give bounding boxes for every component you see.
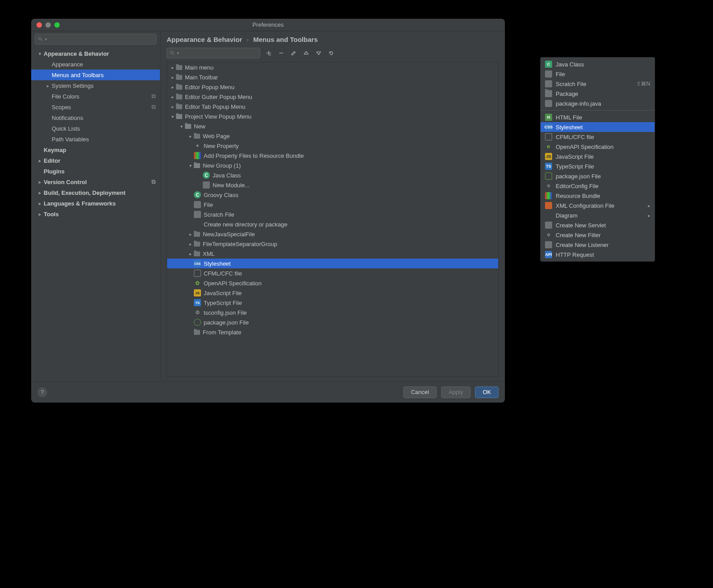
- tree-row[interactable]: ▸Main Toolbar: [167, 72, 498, 82]
- tree-row[interactable]: ▾Project View Popup Menu: [167, 111, 498, 121]
- tree-row[interactable]: ▸Main menu: [167, 62, 498, 72]
- sidebar-item[interactable]: ▸Editor: [31, 155, 160, 166]
- folder-icon: [176, 65, 182, 70]
- sidebar-search-input[interactable]: ▾: [35, 34, 156, 45]
- node-icon: [194, 319, 201, 326]
- sidebar-item[interactable]: ▸System Settings: [31, 80, 160, 91]
- project-scope-icon: ⧉: [152, 178, 156, 185]
- sidebar-item[interactable]: ▸Version Control⧉: [31, 177, 160, 187]
- tree-row[interactable]: TSTypeScript File: [167, 298, 498, 308]
- menu-item[interactable]: Package: [541, 89, 655, 99]
- menu-item[interactable]: CSSStylesheet: [541, 122, 655, 132]
- menu-item[interactable]: ✿OpenAPI Specification: [541, 142, 655, 152]
- sidebar-item[interactable]: ▸Build, Execution, Deployment: [31, 187, 160, 198]
- sidebar-item[interactable]: Appearance: [31, 59, 160, 70]
- tree-row[interactable]: CFML/CFC file: [167, 268, 498, 278]
- menu-item[interactable]: Scratch File⇧⌘N: [541, 79, 655, 89]
- menu-item-label: Package: [556, 90, 578, 97]
- sidebar-item[interactable]: Keymap: [31, 144, 160, 155]
- apply-button[interactable]: Apply: [441, 387, 471, 398]
- tree-row[interactable]: CJava Class: [167, 170, 498, 180]
- tree-row-label: Groovy Class: [204, 192, 238, 198]
- menu-item[interactable]: Diagram▸: [541, 210, 655, 220]
- folder-open-icon: [185, 124, 191, 129]
- sidebar-item-label: Languages & Frameworks: [44, 200, 116, 207]
- sidebar-item[interactable]: Notifications: [31, 112, 160, 123]
- sidebar-item[interactable]: Path Variables: [31, 134, 160, 144]
- menu-item[interactable]: JSJavaScript File: [541, 152, 655, 161]
- ok-button[interactable]: OK: [475, 387, 499, 398]
- remove-action-button[interactable]: [277, 49, 285, 57]
- edit-action-button[interactable]: [290, 49, 298, 57]
- sidebar-item[interactable]: Plugins: [31, 166, 160, 177]
- tree-row[interactable]: ▸Editor Gutter Popup Menu: [167, 92, 498, 102]
- tree-row[interactable]: ✿OpenAPI Specification: [167, 278, 498, 288]
- menu-item[interactable]: TSTypeScript File: [541, 161, 655, 171]
- expand-arrow-icon: ▸: [170, 75, 175, 80]
- context-menu[interactable]: CJava ClassFileScratch File⇧⌘NPackagepac…: [540, 57, 655, 262]
- menu-item[interactable]: APIHTTP Request: [541, 250, 655, 259]
- tree-row-label: OpenAPI Specification: [204, 280, 262, 287]
- sidebar-item[interactable]: File Colors⧉: [31, 91, 160, 102]
- expand-arrow-icon: ▸: [37, 190, 42, 195]
- menu-item-label: TypeScript File: [556, 163, 594, 170]
- tree-row[interactable]: JSJavaScript File: [167, 288, 498, 298]
- menu-item[interactable]: XML Configuration File▸: [541, 201, 655, 210]
- sidebar-item[interactable]: Quick Lists: [31, 123, 160, 134]
- cancel-button[interactable]: Cancel: [403, 387, 436, 398]
- menu-item[interactable]: package-info.java: [541, 99, 655, 108]
- menu-item[interactable]: CFML/CFC file: [541, 132, 655, 142]
- tree-row[interactable]: ▸NewJavaSpecialFile: [167, 229, 498, 239]
- sidebar-item[interactable]: Scopes⧉: [31, 102, 160, 112]
- tree-row[interactable]: New Module...: [167, 180, 498, 190]
- titlebar: Preferences: [31, 19, 505, 31]
- tree-row[interactable]: ▸Editor Popup Menu: [167, 82, 498, 92]
- menu-item[interactable]: Resource Bundle: [541, 191, 655, 201]
- menus-tree[interactable]: ▸Main menu▸Main Toolbar▸Editor Popup Men…: [167, 62, 499, 377]
- move-up-button[interactable]: [302, 49, 310, 57]
- menu-item[interactable]: ⚙Create New Filter: [541, 230, 655, 240]
- tree-search-input[interactable]: ▾: [167, 48, 260, 58]
- tree-row[interactable]: +New Property: [167, 141, 498, 151]
- expand-arrow-icon: ▾: [188, 163, 193, 168]
- menu-item[interactable]: Create New Servlet: [541, 220, 655, 230]
- sidebar-item[interactable]: ▸Tools: [31, 209, 160, 219]
- tree-row[interactable]: ▾New: [167, 121, 498, 131]
- menu-item[interactable]: File: [541, 69, 655, 79]
- file-icon: [545, 241, 552, 248]
- menu-item-label: package.json File: [556, 173, 601, 180]
- tree-row[interactable]: ▸Web Page: [167, 131, 498, 141]
- tree-row[interactable]: ▸Editor Tab Popup Menu: [167, 102, 498, 111]
- menu-item-label: XML Configuration File: [556, 202, 615, 209]
- tree-row[interactable]: package.json File: [167, 317, 498, 327]
- tree-row[interactable]: Add Property Files to Resource Bundle: [167, 151, 498, 160]
- sidebar-item[interactable]: Menus and Toolbars: [31, 70, 160, 80]
- move-down-button[interactable]: [315, 49, 323, 57]
- tree-row-label: TypeScript File: [204, 300, 242, 306]
- tree-row[interactable]: ▸FileTemplateSeparatorGroup: [167, 239, 498, 249]
- help-button[interactable]: ?: [37, 387, 47, 397]
- menu-item[interactable]: Create New Listener: [541, 240, 655, 250]
- tree-row[interactable]: ⚙tsconfig.json File: [167, 308, 498, 317]
- tree-row[interactable]: CGroovy Class: [167, 190, 498, 200]
- menu-item[interactable]: package.json File: [541, 171, 655, 181]
- menu-item[interactable]: ⚙EditorConfig File: [541, 181, 655, 191]
- restore-defaults-button[interactable]: [327, 49, 335, 57]
- tree-row[interactable]: Create new directory or package: [167, 219, 498, 229]
- tree-row[interactable]: ▸XML: [167, 249, 498, 259]
- folder-icon: [176, 104, 182, 109]
- sidebar-item-label: Menus and Toolbars: [52, 72, 104, 78]
- sidebar-item[interactable]: ▸Languages & Frameworks: [31, 198, 160, 209]
- tree-row[interactable]: ▾New Group (1): [167, 160, 498, 170]
- footer: ? Cancel Apply OK: [31, 381, 505, 403]
- sidebar-item-label: Appearance: [52, 61, 83, 68]
- menu-item[interactable]: CJava Class: [541, 59, 655, 69]
- tree-row[interactable]: File: [167, 200, 498, 210]
- tree-row[interactable]: CSSStylesheet: [167, 259, 498, 268]
- sidebar-item-label: Version Control: [44, 179, 87, 185]
- menu-item[interactable]: HHTML File: [541, 112, 655, 122]
- tree-row[interactable]: Scratch File: [167, 210, 498, 219]
- add-action-button[interactable]: [265, 49, 273, 57]
- tree-row[interactable]: From Template: [167, 327, 498, 337]
- sidebar-item[interactable]: ▾Appearance & Behavior: [31, 48, 160, 59]
